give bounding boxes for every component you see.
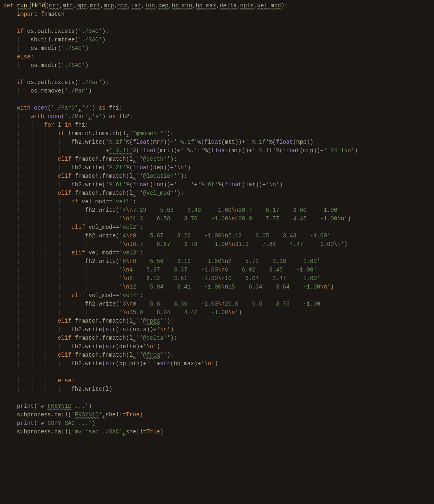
code-line[interactable]: | | | | | | '\n4 5.87 3.37 -1.00\n6 6.02…: [0, 266, 434, 274]
code-line[interactable]: print('# FKSYN1D ...'): [0, 402, 434, 411]
code-line[interactable]: | | | elif fnmatch.fnmatch(l,'*@depth*')…: [0, 155, 434, 164]
code-line[interactable]: | | | if fnmatch.fnmatch(l,'*@moment*'):: [0, 129, 434, 138]
code-line[interactable]: | | for l in fh1:: [0, 121, 434, 129]
code-line[interactable]: | | | | elif vel_mod=='vel3':: [0, 249, 434, 257]
code-line[interactable]: import fnmatch: [0, 10, 434, 19]
code-line[interactable]: | | | | elif vel_mod=='vel2':: [0, 223, 434, 232]
code-line[interactable]: | | | elif fnmatch.fnmatch(l,'*@location…: [0, 172, 434, 181]
code-line[interactable]: if os.path.exists('./Par'):: [0, 78, 434, 87]
code-line[interactable]: [0, 394, 434, 402]
code-line[interactable]: | | | | | +' %.1f'%(float(mrt))+' %.1f'%…: [0, 146, 434, 155]
code-line[interactable]: | os.mkdir('./SAC'): [0, 61, 434, 70]
code-line[interactable]: | | | | fh2.write('%.2f'%(float(dep))+'\…: [0, 164, 434, 172]
code-line[interactable]: | | | | fh2.write(l): [0, 385, 434, 394]
code-line[interactable]: print('# COPY SAC ...'): [0, 419, 434, 428]
code-line[interactable]: | | | else:: [0, 377, 434, 385]
code-line[interactable]: [0, 95, 434, 104]
code-line[interactable]: | shutil.rmtree('./SAC'): [0, 36, 434, 44]
code-line[interactable]: | | | | fh2.write('%.6f'%(float(lon))+' …: [0, 181, 434, 189]
code-line[interactable]: | | | | if vel_mod=='vel1':: [0, 198, 434, 206]
code-line[interactable]: | | | | | | '\n35.0 8.04 4.47 -1.00\n'): [0, 308, 434, 317]
code-line[interactable]: with open('./Par0','r') as fh1:: [0, 104, 434, 112]
code-line[interactable]: [0, 70, 434, 78]
code-line[interactable]: def run_fk1d(mrr,mtt,mpp,mrt,mrp,mtp,lat…: [0, 2, 434, 10]
code-line[interactable]: | | | | | | '\n16.7 6.67 3.78 -1.00\n31.…: [0, 240, 434, 249]
code-line[interactable]: else:: [0, 53, 434, 61]
code-editor[interactable]: def run_fk1d(mrr,mtt,mpp,mrt,mrp,mtp,lat…: [0, 0, 434, 441]
code-line[interactable]: | | | elif fnmatch.fnmatch(l,'*@vel_mod*…: [0, 189, 434, 198]
code-line[interactable]: | os.mkdir('./SAC'): [0, 44, 434, 53]
code-line[interactable]: | | | elif fnmatch.fnmatch(l,'*@npts*'):: [0, 317, 434, 325]
code-line[interactable]: | | | | elif vel_mod=='vel4':: [0, 291, 434, 300]
code-line[interactable]: subprocess.call('mv *sac ./SAC',shell=Tr…: [0, 428, 434, 436]
code-line[interactable]: | | | | fh2.write(str(delta)+'\n'): [0, 342, 434, 351]
code-line[interactable]: | | | | fh2.write(str(bp_min)+' '+str(bp…: [0, 360, 434, 368]
code-line[interactable]: | | | elif fnmatch.fnmatch(l,'*@delta*')…: [0, 334, 434, 342]
code-line[interactable]: | | | elif fnmatch.fnmatch(l,'*@freq*'):: [0, 351, 434, 360]
code-line[interactable]: | | | | | fh2.write('4\n7.29 5.63 3.40 -…: [0, 206, 434, 215]
code-line[interactable]: | | | | | fh2.write('8\n0 5.56 3.19 -1.0…: [0, 257, 434, 266]
code-line[interactable]: | | | | fh2.write('%.1f'%(float(mrr))+' …: [0, 138, 434, 146]
code-line[interactable]: subprocess.call('FKSYN1D',shell=True): [0, 411, 434, 419]
code-line[interactable]: | with open('./Par','a') as fh2:: [0, 112, 434, 121]
code-line[interactable]: | | | | | | '\n8 6.12 3.51 -1.00\n10 6.0…: [0, 274, 434, 283]
code-line[interactable]: | os.remove('./Par'): [0, 87, 434, 95]
code-line[interactable]: [0, 19, 434, 27]
code-line[interactable]: | | | | | | '\n12 5.94 3.41 -1.00\n15 6.…: [0, 283, 434, 291]
code-line[interactable]: | | | | | | '\n31.3 6.58 3.70 -1.00\n100…: [0, 215, 434, 223]
code-line[interactable]: | | | | | fh2.write('4\n0 5.67 3.22 -1.0…: [0, 232, 434, 240]
code-line[interactable]: | | | | | fh2.write('3\n0 5.8 3.36 -1.00…: [0, 300, 434, 308]
code-line[interactable]: | | | | fh2.write(str(int(npts))+'\n'): [0, 325, 434, 334]
code-line[interactable]: [0, 368, 434, 377]
code-line[interactable]: if os.path.exists('./SAC'):: [0, 27, 434, 36]
